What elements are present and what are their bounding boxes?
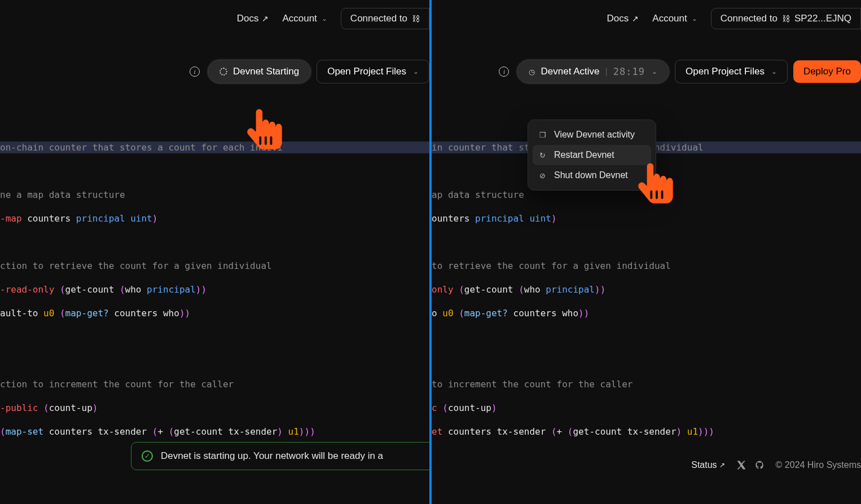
status-label: Devnet Active <box>541 66 599 77</box>
info-icon[interactable]: i <box>499 67 509 77</box>
stacks-icon: ⛓ <box>782 14 790 23</box>
status-link[interactable]: Status ↗ <box>691 460 724 470</box>
connected-label: Connected to <box>721 13 777 24</box>
open-files-label: Open Project Files <box>327 66 406 77</box>
github-icon[interactable] <box>754 460 765 470</box>
x-twitter-icon[interactable] <box>736 460 746 470</box>
code-keyword: -map <box>0 213 22 224</box>
connected-label: Connected to <box>350 13 407 24</box>
menu-restart-devnet[interactable]: ↻ Restart Devnet <box>533 145 651 165</box>
info-icon[interactable]: i <box>190 67 200 77</box>
toolbar-right: i ◷ Devnet Active | 28:19 ⌄ Open Project… <box>432 37 861 95</box>
panel-left: Docs ↗ Account ⌄ Connected to ⛓ i Devnet… <box>0 0 432 504</box>
clock-icon: ◷ <box>529 68 535 76</box>
account-label: Account <box>652 13 687 24</box>
spinner-icon <box>219 68 227 76</box>
header-right: Docs ↗ Account ⌄ Connected to ⛓ SP22...E… <box>432 0 861 37</box>
chevron-down-icon: ⌄ <box>692 15 697 23</box>
chevron-down-icon: ⌄ <box>322 15 327 23</box>
code-comment: ction to increment the count for the cal… <box>0 379 234 390</box>
code-comment: ne a map data structure <box>0 189 125 200</box>
header-left: Docs ↗ Account ⌄ Connected to ⛓ <box>0 0 429 37</box>
menu-shutdown-devnet[interactable]: ⊘ Shut down Devnet <box>533 165 651 185</box>
cube-icon: ❐ <box>539 131 548 139</box>
toast-message: Devnet is starting up. Your network will… <box>161 450 383 462</box>
social-icons <box>736 460 765 470</box>
devnet-status-pill[interactable]: Devnet Starting <box>208 60 311 83</box>
panel-right: Docs ↗ Account ⌄ Connected to ⛓ SP22...E… <box>432 0 861 504</box>
external-link-icon: ↗ <box>262 14 269 23</box>
chevron-down-icon: ⌄ <box>652 68 657 76</box>
code-comment: ction to retrieve the count for a given … <box>0 260 272 271</box>
devnet-dropdown-menu: ❐ View Devnet activity ↻ Restart Devnet … <box>528 120 656 191</box>
code-editor[interactable]: on-chain counter that stores a count for… <box>0 130 429 461</box>
chevron-down-icon: ⌄ <box>771 68 777 76</box>
menu-label: Shut down Devnet <box>554 170 628 180</box>
docs-label: Docs <box>607 13 629 24</box>
copyright-text: © 2024 Hiro Systems <box>776 460 861 470</box>
stacks-icon: ⛓ <box>412 14 420 23</box>
restart-icon: ↻ <box>539 151 548 160</box>
wallet-address: SP22...EJNQ <box>794 13 851 24</box>
open-files-label: Open Project Files <box>686 66 765 77</box>
toolbar-left: i Devnet Starting Open Project Files ⌄ <box>0 37 429 95</box>
code-comment: ap data structure <box>432 189 524 200</box>
check-circle-icon: ✓ <box>142 450 153 462</box>
menu-label: Restart Devnet <box>554 150 614 160</box>
code-comment: on-chain counter that stores a count for… <box>0 142 283 153</box>
menu-view-activity[interactable]: ❐ View Devnet activity <box>533 125 651 145</box>
menu-label: View Devnet activity <box>554 130 635 140</box>
toast-notification: ✓ Devnet is starting up. Your network wi… <box>131 442 432 470</box>
deploy-button[interactable]: Deploy Pro <box>793 60 861 83</box>
external-link-icon: ↗ <box>719 461 725 469</box>
open-project-files-button[interactable]: Open Project Files ⌄ <box>675 60 788 83</box>
docs-link[interactable]: Docs ↗ <box>607 13 639 24</box>
devnet-timer: 28:19 <box>613 66 645 77</box>
wallet-connection-pill[interactable]: Connected to ⛓ <box>341 8 429 29</box>
docs-label: Docs <box>237 13 259 24</box>
status-label: Devnet Starting <box>233 66 299 77</box>
wallet-connection-pill[interactable]: Connected to ⛓ SP22...EJNQ <box>711 8 861 29</box>
chevron-down-icon: ⌄ <box>413 68 419 76</box>
open-project-files-button[interactable]: Open Project Files ⌄ <box>317 60 429 83</box>
devnet-status-pill[interactable]: ◷ Devnet Active | 28:19 ⌄ <box>517 60 669 83</box>
code-comment: to retrieve the count for a given indivi… <box>432 260 671 271</box>
external-link-icon: ↗ <box>632 14 639 23</box>
account-dropdown[interactable]: Account ⌄ <box>282 13 327 24</box>
account-label: Account <box>282 13 317 24</box>
footer: Status ↗ © 2024 Hiro Systems <box>691 460 861 470</box>
code-comment: to increment the count for the caller <box>432 379 632 390</box>
status-label: Status <box>691 460 717 470</box>
power-icon: ⊘ <box>539 171 548 180</box>
docs-link[interactable]: Docs ↗ <box>237 13 269 24</box>
account-dropdown[interactable]: Account ⌄ <box>652 13 697 24</box>
